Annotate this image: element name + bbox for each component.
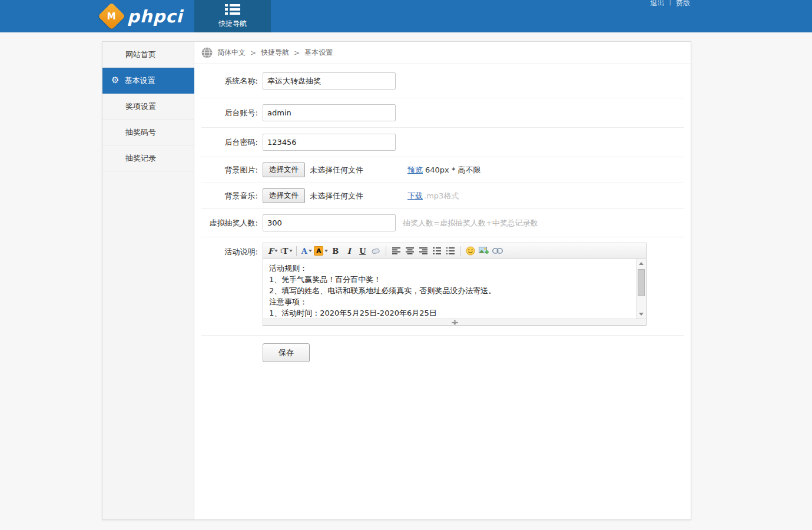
ordered-list-button[interactable] (430, 245, 443, 257)
editor-toolbar: F tT A A B (263, 243, 646, 259)
bg-music-label: 背景音乐: (201, 191, 258, 201)
row-save: 保存 (201, 336, 684, 362)
logo-m-icon: M (98, 2, 125, 30)
sidebar-item-label: 抽奖码号 (125, 127, 156, 138)
chevron-down-icon (289, 250, 293, 252)
tab-quick-nav[interactable]: 快捷导航 (194, 0, 271, 32)
resize-grip-icon (450, 320, 459, 325)
unordered-list-button[interactable] (444, 245, 456, 257)
scroll-up-icon[interactable] (637, 259, 646, 268)
chevron-down-icon (309, 250, 312, 252)
rich-text-editor: F tT A A B (263, 243, 647, 326)
editor-scrollbar[interactable] (636, 259, 646, 319)
bg-image-file-status: 未选择任何文件 (310, 165, 363, 175)
row-admin-account: 后台账号: (201, 98, 684, 128)
breadcrumb: 简体中文 > 快捷导航 > 基本设置 (194, 42, 691, 64)
align-left-button[interactable] (390, 245, 402, 257)
font-size-button[interactable]: tT (280, 245, 293, 257)
sidebar-item-lottery-records[interactable]: 抽奖记录 (102, 145, 194, 171)
bg-music-choose-file-button[interactable]: 选择文件 (263, 188, 305, 203)
tab-quick-nav-label: 快捷导航 (218, 19, 247, 29)
align-center-button[interactable] (403, 245, 416, 257)
eraser-icon (372, 247, 380, 254)
list-icon (225, 4, 240, 15)
row-virtual-count: 虚拟抽奖人数: 抽奖人数=虚拟抽奖人数+中奖总记录数 (201, 209, 684, 237)
breadcrumb-current: 基本设置 (304, 48, 333, 58)
virtual-count-label: 虚拟抽奖人数: (201, 218, 258, 228)
scroll-down-icon[interactable] (637, 310, 646, 319)
align-right-icon (419, 247, 427, 254)
toolbar-separator (460, 246, 460, 256)
gear-icon: ⚙ (111, 76, 119, 85)
smiley-icon (466, 246, 475, 256)
editor-line: 注意事项： (269, 296, 630, 307)
admin-account-label: 后台账号: (201, 108, 258, 118)
emoticon-button[interactable] (464, 245, 476, 257)
virtual-count-input[interactable] (263, 214, 396, 231)
breadcrumb-separator: > (294, 49, 300, 57)
globe-icon (201, 47, 213, 58)
bg-image-choose-file-button[interactable]: 选择文件 (263, 163, 305, 177)
underline-button[interactable]: U (356, 245, 369, 257)
bg-music-download-link[interactable]: 下载 (407, 191, 423, 201)
row-bg-image: 背景图片: 选择文件 未选择任何文件 预览 640px * 高不限 (201, 157, 684, 183)
sidebar-item-prize-settings[interactable]: 奖项设置 (102, 94, 194, 120)
align-right-button[interactable] (417, 245, 429, 257)
bg-music-format-hint: .mp3格式 (424, 191, 459, 201)
font-family-button[interactable]: F (267, 245, 279, 257)
logo-text: phpci (127, 6, 183, 26)
editor-resize-handle[interactable] (263, 319, 646, 325)
system-name-label: 系统名称: (201, 76, 258, 87)
save-button[interactable]: 保存 (263, 343, 310, 362)
remove-format-button[interactable] (370, 245, 382, 257)
unordered-list-icon (446, 247, 455, 254)
italic-button[interactable]: I (343, 245, 355, 257)
chevron-down-icon (324, 250, 328, 252)
edition-link[interactable]: 费版 (676, 0, 690, 8)
sidebar-item-label: 网站首页 (125, 49, 156, 60)
sidebar-item-home[interactable]: 网站首页 (102, 42, 194, 68)
row-system-name: 系统名称: (201, 64, 684, 98)
system-name-input[interactable] (263, 72, 396, 90)
insert-image-button[interactable] (478, 245, 490, 257)
chevron-down-icon (274, 250, 278, 252)
row-bg-music: 背景音乐: 选择文件 未选择任何文件 下载 .mp3格式 (201, 183, 684, 209)
editor-line: 1、凭手气赢奖品！百分百中奖！ (269, 274, 630, 285)
logout-link[interactable]: 退出 (650, 0, 664, 8)
row-admin-password: 后台密码: (201, 128, 684, 157)
sidebar-item-label: 抽奖记录 (125, 153, 156, 164)
sidebar: 网站首页 ⚙ 基本设置 奖项设置 抽奖码号 抽奖记录 (102, 42, 194, 519)
app-logo[interactable]: M phpci (102, 0, 194, 32)
virtual-count-hint: 抽奖人数=虚拟抽奖人数+中奖总记录数 (403, 218, 538, 228)
scrollbar-thumb[interactable] (638, 269, 645, 296)
breadcrumb-lang[interactable]: 简体中文 (217, 48, 246, 58)
highlight-color-button[interactable]: A (314, 245, 328, 257)
breadcrumb-separator: > (250, 49, 256, 57)
image-icon (479, 247, 489, 256)
sidebar-item-lottery-code[interactable]: 抽奖码号 (102, 120, 194, 145)
toolbar-separator (296, 246, 297, 256)
align-left-icon (392, 247, 400, 254)
sidebar-item-basic-settings[interactable]: ⚙ 基本设置 (102, 68, 194, 94)
activity-desc-content[interactable]: 活动规则： 1、凭手气赢奖品！百分百中奖！ 2、填写的姓名、电话和联系地址必须真… (263, 259, 636, 319)
insert-link-button[interactable] (491, 245, 503, 257)
admin-password-label: 后台密码: (201, 137, 258, 148)
bold-button[interactable]: B (329, 245, 342, 257)
admin-account-input[interactable] (263, 104, 396, 121)
text-color-button[interactable]: A (300, 245, 313, 257)
content-panel: 简体中文 > 快捷导航 > 基本设置 系统名称: 后台账号: 后台密码: (194, 42, 691, 519)
admin-password-input[interactable] (263, 134, 396, 151)
bg-image-size-hint: 640px * 高不限 (425, 165, 481, 175)
header-links: 退出 | 费版 (650, 0, 690, 8)
toolbar-separator (386, 246, 386, 256)
align-center-icon (406, 247, 414, 254)
bg-image-preview-link[interactable]: 预览 (407, 165, 423, 175)
settings-form: 系统名称: 后台账号: 后台密码: 背景图片: 选择文件 未选择任何文件 (194, 64, 691, 519)
breadcrumb-quick-nav[interactable]: 快捷导航 (261, 48, 289, 58)
link-icon (492, 248, 503, 254)
activity-desc-label: 活动说明: (201, 247, 258, 257)
sidebar-item-label: 奖项设置 (125, 101, 156, 112)
content-filler (201, 362, 684, 519)
editor-line: 1、活动时间：2020年5月25日-2020年6月25日 (269, 307, 630, 319)
row-activity-desc: 活动说明: F tT A A (201, 237, 684, 336)
